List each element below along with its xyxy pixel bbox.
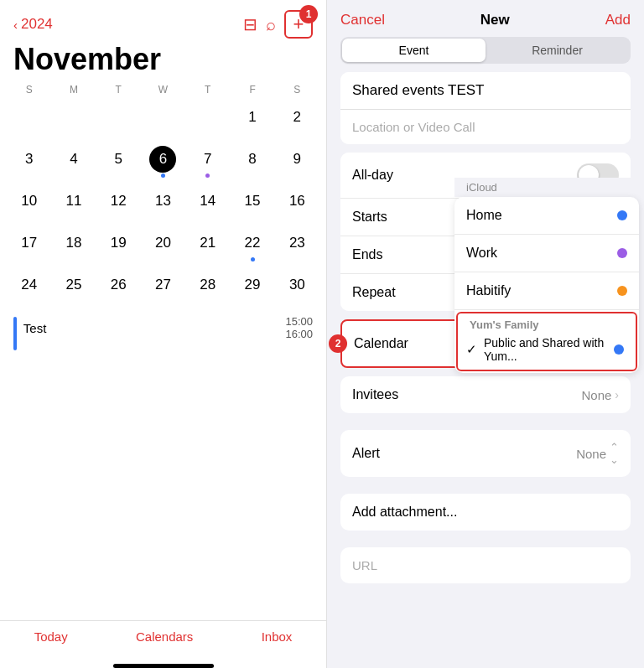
yums-subtitle: Public and Shared with Yum... <box>484 336 607 363</box>
empty-day <box>141 99 185 141</box>
day-30[interactable]: 30 <box>275 267 319 308</box>
attachment-row[interactable]: Add attachment... <box>340 494 631 531</box>
location-input[interactable]: Location or Video Call <box>340 110 631 144</box>
day-29[interactable]: 29 <box>230 267 274 308</box>
tab-today[interactable]: Today <box>34 629 68 644</box>
day-27[interactable]: 27 <box>141 267 185 308</box>
segment-event[interactable]: Event <box>342 39 486 62</box>
empty-day <box>7 99 51 141</box>
tab-calendars[interactable]: Calendars <box>136 629 193 644</box>
right-header: Cancel New Add <box>327 0 644 37</box>
day-1[interactable]: 1 <box>230 99 274 141</box>
yums-dot <box>614 344 624 355</box>
day-20[interactable]: 20 <box>141 225 185 267</box>
home-calendar-label: Home <box>466 208 502 223</box>
day-header-w: W <box>141 82 185 97</box>
event-color-bar <box>13 317 17 350</box>
right-main: Shared events TEST Location or Video Cal… <box>327 72 644 668</box>
alert-value: None <box>576 447 606 461</box>
calendar-label: Calendar <box>354 336 408 351</box>
bottom-tabs: Today Calendars Inbox <box>0 620 326 660</box>
yums-family-header: Yum's Family <box>458 313 636 333</box>
event-end-time: 16:00 <box>285 328 313 340</box>
cancel-button[interactable]: Cancel <box>340 12 385 28</box>
ends-label: Ends <box>352 247 382 262</box>
new-event-panel: Cancel New Add Event Reminder Shared eve… <box>327 0 644 668</box>
day-24[interactable]: 24 <box>7 267 51 308</box>
url-placeholder: URL <box>352 558 377 572</box>
day-12[interactable]: 12 <box>96 183 141 225</box>
url-row[interactable]: URL <box>340 547 631 583</box>
home-dot <box>617 210 627 220</box>
day-25[interactable]: 25 <box>51 267 96 308</box>
day-28[interactable]: 28 <box>185 267 230 308</box>
dropdown-home[interactable]: Home <box>454 197 639 235</box>
day-26[interactable]: 26 <box>96 267 141 308</box>
week-1: 1 2 <box>7 99 319 141</box>
day-9[interactable]: 9 <box>275 141 319 183</box>
alert-label: Alert <box>352 446 380 461</box>
day-6-today[interactable]: 6 <box>141 141 185 183</box>
segment-control: Event Reminder <box>340 37 631 64</box>
day-14[interactable]: 14 <box>185 183 230 225</box>
repeat-label: Repeat <box>352 285 396 300</box>
alert-value-group: None ⌃⌄ <box>576 441 619 466</box>
badge-2: 2 <box>329 334 347 353</box>
day-header-m: M <box>51 82 96 97</box>
day-header-f: F <box>230 82 274 97</box>
yums-family-row: ✓ Public and Shared with Yum... <box>458 333 636 370</box>
day-23[interactable]: 23 <box>275 225 319 267</box>
day-5[interactable]: 5 <box>96 141 141 183</box>
day-19[interactable]: 19 <box>96 225 141 267</box>
checkmark-icon: ✓ <box>466 342 477 357</box>
day-13[interactable]: 13 <box>141 183 185 225</box>
day-2[interactable]: 2 <box>275 99 319 141</box>
add-button[interactable]: Add <box>605 12 631 28</box>
allday-label: All-day <box>352 168 393 183</box>
segment-reminder[interactable]: Reminder <box>486 39 629 62</box>
dropdown-yums-family[interactable]: Yum's Family ✓ Public and Shared with Yu… <box>456 312 637 371</box>
day-headers: S M T W T F S <box>7 82 319 97</box>
back-year-button[interactable]: ‹ 2024 <box>13 16 53 33</box>
header-icons: ⊟ ⌕ + 1 <box>243 10 313 39</box>
month-title: November <box>0 42 326 82</box>
day-21[interactable]: 21 <box>185 225 230 267</box>
day-16[interactable]: 16 <box>275 183 319 225</box>
tab-inbox[interactable]: Inbox <box>262 629 293 644</box>
day-11[interactable]: 11 <box>51 183 96 225</box>
day-10[interactable]: 10 <box>7 183 51 225</box>
day-22[interactable]: 22 <box>230 225 274 267</box>
day-8[interactable]: 8 <box>230 141 274 183</box>
calendar-weeks: 1 2 3 4 5 6 7 8 9 10 11 12 13 14 15 16 <box>7 99 319 308</box>
day-4[interactable]: 4 <box>51 141 96 183</box>
event-time: 15:00 16:00 <box>285 315 313 340</box>
icloud-label: iCloud <box>454 178 639 197</box>
left-header: ‹ 2024 ⊟ ⌕ + 1 <box>0 0 326 42</box>
invitees-chevron-icon: › <box>615 388 619 401</box>
add-event-button[interactable]: + 1 <box>284 10 313 39</box>
event-name-section: Shared events TEST Location or Video Cal… <box>340 72 631 144</box>
empty-day <box>96 99 141 141</box>
calendar-panel: ‹ 2024 ⊟ ⌕ + 1 November S M T W T F S <box>0 0 327 668</box>
display-icon[interactable]: ⊟ <box>243 14 257 34</box>
dropdown-habitify[interactable]: Habitify <box>454 272 639 310</box>
day-header-t1: T <box>96 82 141 97</box>
event-item[interactable]: Test 15:00 16:00 <box>13 315 313 350</box>
day-header-s1: S <box>7 82 51 97</box>
alert-row[interactable]: Alert None ⌃⌄ <box>340 430 631 477</box>
day-7[interactable]: 7 <box>185 141 230 183</box>
work-dot <box>617 248 627 258</box>
invitees-row[interactable]: Invitees None › <box>340 376 631 413</box>
invitees-value: None <box>581 388 611 402</box>
dropdown-work[interactable]: Work <box>454 235 639 272</box>
day-18[interactable]: 18 <box>51 225 96 267</box>
search-icon[interactable]: ⌕ <box>266 15 276 34</box>
attachment-label: Add attachment... <box>352 505 457 520</box>
week-2: 3 4 5 6 7 8 9 <box>7 141 319 183</box>
time-section-wrapper: All-day Starts Ends Repeat <box>340 153 631 311</box>
day-15[interactable]: 15 <box>230 183 274 225</box>
day-17[interactable]: 17 <box>7 225 51 267</box>
calendar-dropdown: iCloud Home Work Habitify <box>454 178 639 373</box>
day-3[interactable]: 3 <box>7 141 51 183</box>
event-name-input[interactable]: Shared events TEST <box>340 72 631 110</box>
